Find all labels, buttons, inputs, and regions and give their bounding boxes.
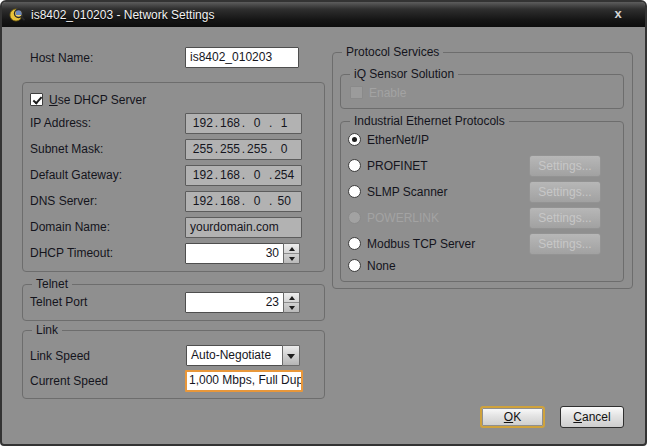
spinner-down-icon[interactable] [284, 254, 299, 263]
profinet-settings-button: Settings... [529, 155, 601, 177]
radio-modbus-tcp-label[interactable]: Modbus TCP Server [367, 237, 475, 251]
default-gateway-input: 192.168.0.254 [185, 165, 302, 186]
dns-server-input: 192.168.0.50 [185, 191, 302, 212]
cancel-button[interactable]: Cancel [560, 406, 624, 428]
iq-sensor-title: iQ Sensor Solution [350, 67, 458, 81]
telnet-group-title: Telnet [32, 277, 72, 291]
current-speed-field: 1,000 Mbps, Full Dup [185, 370, 303, 392]
spinner-up-icon[interactable] [284, 244, 299, 254]
combo-dropdown-icon[interactable] [282, 345, 300, 366]
radio-powerlink [348, 211, 361, 224]
radio-ethernet-ip[interactable] [348, 133, 361, 146]
modbus-settings-button: Settings... [529, 233, 601, 255]
current-speed-label: Current Speed [30, 374, 108, 388]
radio-none[interactable] [348, 259, 361, 272]
ok-button[interactable]: OK [480, 406, 545, 428]
dhcp-timeout-input[interactable]: 30 [185, 243, 284, 264]
radio-slmp-scanner-label[interactable]: SLMP Scanner [367, 185, 448, 199]
ip-address-label: IP Address: [30, 116, 91, 130]
industrial-protocols-title: Industrial Ethernet Protocols [350, 114, 509, 128]
radio-modbus-tcp[interactable] [348, 237, 361, 250]
titlebar[interactable]: is8402_010203 - Network Settings x [2, 2, 645, 27]
host-name-input[interactable]: is8402_010203 [185, 47, 299, 68]
telnet-port-label: Telnet Port [30, 295, 87, 309]
use-dhcp-label: Use DHCP Server [49, 93, 146, 107]
dhcp-timeout-label: DHCP Timeout: [30, 246, 113, 260]
radio-profinet-label[interactable]: PROFINET [367, 159, 428, 173]
telnet-port-spinner[interactable] [283, 292, 300, 313]
app-icon [9, 7, 25, 23]
slmp-settings-button: Settings... [529, 181, 601, 203]
network-settings-dialog: is8402_010203 - Network Settings x Host … [0, 0, 647, 446]
iq-enable-checkbox [350, 86, 363, 99]
window-title: is8402_010203 - Network Settings [31, 8, 214, 22]
iq-enable-label: Enable [369, 86, 406, 100]
spinner-down-icon[interactable] [284, 303, 299, 312]
link-group-title: Link [32, 323, 62, 337]
radio-ethernet-ip-label[interactable]: EtherNet/IP [367, 133, 429, 147]
use-dhcp-checkbox[interactable] [30, 93, 43, 106]
radio-none-label[interactable]: None [367, 259, 396, 273]
link-speed-select[interactable]: Auto-Negotiate [186, 345, 283, 366]
ip-address-input: 192.168.0.1 [185, 113, 302, 134]
subnet-mask-label: Subnet Mask: [30, 142, 103, 156]
radio-profinet[interactable] [348, 159, 361, 172]
link-speed-label: Link Speed [30, 349, 90, 363]
default-gateway-label: Default Gateway: [30, 168, 122, 182]
protocol-services-title: Protocol Services [342, 45, 443, 59]
spinner-up-icon[interactable] [284, 293, 299, 303]
dns-server-label: DNS Server: [30, 194, 97, 208]
dhcp-timeout-spinner[interactable] [283, 243, 300, 264]
domain-name-label: Domain Name: [30, 220, 110, 234]
subnet-mask-input: 255.255.255.0 [185, 139, 302, 160]
host-name-label: Host Name: [30, 51, 93, 65]
telnet-port-input[interactable]: 23 [185, 292, 284, 313]
radio-powerlink-label: POWERLINK [367, 211, 439, 225]
radio-slmp-scanner[interactable] [348, 185, 361, 198]
powerlink-settings-button: Settings... [529, 207, 601, 229]
domain-name-input: yourdomain.com [185, 217, 302, 238]
close-icon[interactable]: x [605, 5, 631, 24]
